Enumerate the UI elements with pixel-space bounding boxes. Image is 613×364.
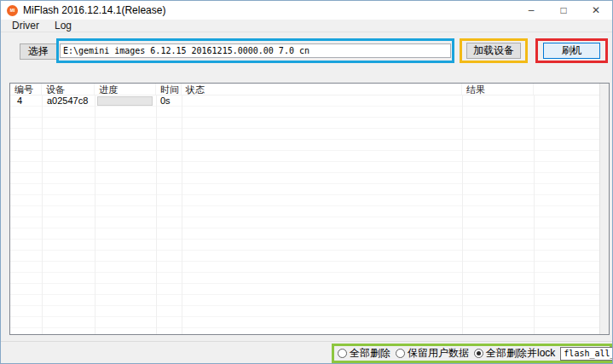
column-header-result[interactable]: 结果	[462, 84, 534, 95]
load-device-highlight-box: 加载设备	[460, 38, 528, 63]
flash-highlight-box: 刷机	[535, 38, 608, 63]
cell-no: 4	[17, 95, 22, 107]
device-table: 编号 设备 进度 时间 状态 结果 4 a02547c8 0s	[9, 83, 610, 335]
flash-script-value: flash_all_lock.bat	[564, 349, 613, 358]
radio-icon[interactable]	[396, 349, 405, 358]
options-highlight-box: 全部删除 保留用户数据 全部删除并lock flash_all_lock.bat…	[332, 344, 612, 363]
option-save-user-data[interactable]: 保留用户数据	[396, 346, 469, 361]
menu-log[interactable]: Log	[55, 20, 72, 32]
rom-path-input[interactable]	[60, 43, 451, 58]
path-highlight-box	[56, 38, 454, 63]
column-header-time[interactable]: 时间	[156, 84, 182, 95]
maximize-button[interactable]: □	[547, 1, 580, 20]
table-header: 编号 设备 进度 时间 状态 结果	[10, 84, 609, 95]
table-body: 4 a02547c8 0s	[10, 95, 599, 334]
cell-device: a02547c8	[47, 95, 88, 107]
miflash-window: MI MiFlash 2016.12.14.1(Release) – □ ✕ D…	[0, 0, 613, 364]
mi-logo-icon: MI	[7, 5, 18, 16]
flash-script-dropdown[interactable]: flash_all_lock.bat ˅	[560, 347, 613, 361]
grid-line	[462, 95, 463, 334]
load-device-button[interactable]: 加载设备	[466, 43, 521, 59]
menu-driver[interactable]: Driver	[12, 20, 39, 32]
grid-line	[95, 95, 95, 334]
select-button[interactable]: 选择	[20, 43, 57, 60]
radio-icon[interactable]	[474, 349, 483, 358]
option-erase-and-lock-label: 全部删除并lock	[486, 346, 555, 361]
column-header-device[interactable]: 设备	[42, 84, 95, 95]
column-header-progress[interactable]: 进度	[95, 84, 156, 95]
close-button[interactable]: ✕	[580, 1, 612, 20]
option-erase-and-lock[interactable]: 全部删除并lock	[474, 346, 555, 361]
option-erase-all-label: 全部删除	[350, 346, 390, 361]
progress-bar	[97, 96, 153, 106]
column-header-no[interactable]: 编号	[10, 84, 42, 95]
option-erase-all[interactable]: 全部删除	[338, 346, 390, 361]
minimize-button[interactable]: –	[515, 1, 547, 20]
grid-line	[42, 95, 43, 334]
flash-button[interactable]: 刷机	[543, 43, 600, 59]
cell-time: 0s	[160, 95, 171, 107]
window-controls: – □ ✕	[515, 1, 612, 20]
grid-line	[156, 95, 157, 334]
footer-divider	[1, 341, 612, 342]
table-scrollbar[interactable]	[599, 84, 609, 334]
radio-icon[interactable]	[338, 349, 347, 358]
title-bar: MI MiFlash 2016.12.14.1(Release) – □ ✕	[1, 1, 612, 20]
menu-bar: Driver Log	[1, 20, 612, 32]
option-save-user-data-label: 保留用户数据	[408, 346, 469, 361]
column-header-status[interactable]: 状态	[182, 84, 462, 95]
grid-line	[182, 95, 182, 334]
column-header-extra[interactable]	[534, 84, 609, 95]
grid-line	[534, 95, 535, 334]
table-row[interactable]: 4 a02547c8 0s	[10, 95, 599, 107]
window-title: MiFlash 2016.12.14.1(Release)	[23, 4, 165, 16]
